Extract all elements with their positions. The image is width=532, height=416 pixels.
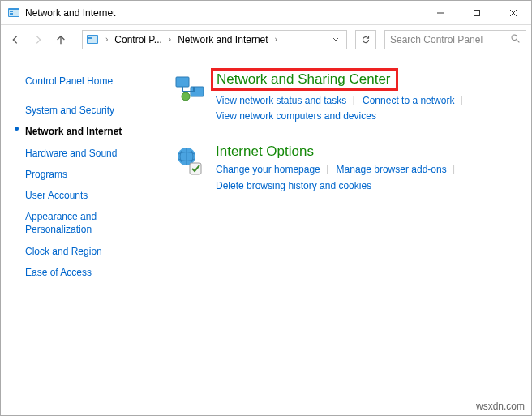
link-internet-options[interactable]: Internet Options	[216, 144, 314, 160]
main-pane: Network and Sharing Center View network …	[167, 54, 531, 415]
watermark: wsxdn.com	[476, 401, 525, 412]
svg-rect-2	[10, 11, 13, 12]
titlebar: Network and Internet	[1, 1, 531, 25]
svg-rect-13	[176, 77, 189, 87]
breadcrumb-item[interactable]: Control P...	[114, 34, 161, 45]
control-panel-icon	[86, 33, 99, 46]
section-network-sharing: Network and Sharing Center View network …	[174, 71, 523, 124]
link-network-sharing-center[interactable]: Network and Sharing Center	[211, 68, 398, 91]
addressbar[interactable]: › Control P... › Network and Internet ›	[82, 30, 347, 49]
up-button[interactable]	[51, 30, 71, 49]
sidebar-item-hardware-sound[interactable]: Hardware and Sound	[12, 143, 161, 164]
link-delete-history[interactable]: Delete browsing history and cookies	[216, 180, 371, 191]
sidebar-item-ease-of-access[interactable]: Ease of Access	[12, 262, 161, 283]
window-controls	[422, 1, 531, 24]
chevron-right-icon[interactable]: ›	[272, 35, 281, 44]
sidebar-item-appearance[interactable]: Appearance and Personalization	[12, 206, 161, 240]
link-view-computers-devices[interactable]: View network computers and devices	[216, 110, 376, 122]
svg-rect-3	[10, 13, 13, 15]
svg-point-15	[182, 92, 190, 101]
address-dropdown[interactable]	[328, 34, 343, 45]
sidebar-item-clock-region[interactable]: Clock and Region	[12, 241, 161, 262]
content: Control Panel Home System and Security N…	[1, 54, 531, 415]
minimize-button[interactable]	[422, 1, 458, 24]
navbar: › Control P... › Network and Internet ›	[1, 25, 531, 54]
sidebar-item-network-internet[interactable]: Network and Internet	[12, 121, 161, 142]
searchbox[interactable]	[384, 30, 526, 49]
breadcrumb-item[interactable]: Network and Internet	[178, 34, 268, 45]
search-input[interactable]	[390, 34, 496, 45]
section-internet-options: Internet Options Change your homepage | …	[174, 144, 523, 193]
sidebar-item-programs[interactable]: Programs	[12, 164, 161, 185]
svg-rect-10	[88, 37, 92, 39]
sublinks: View network status and tasks | Connect …	[216, 93, 523, 124]
network-sharing-icon	[174, 72, 206, 105]
internet-options-icon	[174, 145, 206, 178]
sublinks: Change your homepage | Manage browser ad…	[216, 162, 523, 193]
forward-button[interactable]	[28, 30, 48, 49]
svg-line-12	[517, 40, 519, 42]
back-button[interactable]	[6, 30, 25, 49]
window-title: Network and Internet	[25, 7, 115, 19]
chevron-right-icon[interactable]: ›	[165, 35, 174, 44]
link-manage-addons[interactable]: Manage browser add-ons	[337, 164, 447, 175]
sidebar-item-control-panel-home[interactable]: Control Panel Home	[12, 71, 161, 92]
chevron-right-icon[interactable]: ›	[102, 35, 111, 44]
close-button[interactable]	[495, 1, 531, 24]
link-view-network-status[interactable]: View network status and tasks	[216, 95, 346, 106]
sidebar: Control Panel Home System and Security N…	[1, 54, 167, 415]
sidebar-item-user-accounts[interactable]: User Accounts	[12, 185, 161, 206]
link-connect-network[interactable]: Connect to a network	[363, 95, 454, 106]
refresh-button[interactable]	[355, 30, 376, 49]
sidebar-item-system-security[interactable]: System and Security	[12, 100, 161, 121]
svg-point-11	[512, 35, 517, 41]
search-icon[interactable]	[510, 33, 521, 46]
maximize-button[interactable]	[458, 1, 495, 24]
link-change-homepage[interactable]: Change your homepage	[216, 164, 320, 175]
svg-rect-5	[474, 10, 479, 15]
svg-rect-17	[190, 163, 201, 174]
control-panel-icon	[7, 6, 20, 19]
